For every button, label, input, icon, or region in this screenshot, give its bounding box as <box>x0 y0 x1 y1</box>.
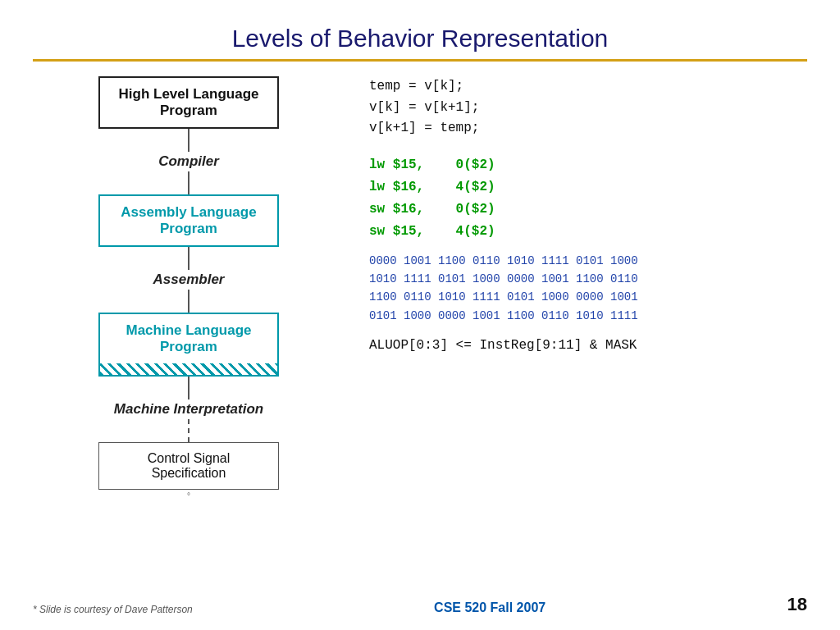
machine-box: Machine Language Program <box>98 313 279 363</box>
machine-line-3: 1100 0110 1010 1111 0101 1000 0000 1001 <box>369 288 807 306</box>
connector-line-5 <box>188 377 189 399</box>
machine-code: 0000 1001 1100 0110 1010 1111 0101 1000 … <box>369 252 807 326</box>
machine-box-wrapper: Machine Language Program <box>98 313 279 377</box>
connector-line-4 <box>188 290 189 313</box>
main-content: High Level Language Program Compiler Ass… <box>33 76 807 500</box>
asm-line-4: sw $15, 4($2) <box>369 221 807 243</box>
code-line-2: v[k] = v[k+1]; <box>369 98 807 119</box>
asm-line-1: lw $15, 0($2) <box>369 154 807 176</box>
dot-indicator: ° <box>187 491 190 500</box>
assembly-box: Assembly Language Program <box>98 194 279 247</box>
connector-line-2 <box>188 171 189 194</box>
code-line-3: v[k+1] = temp; <box>369 118 807 139</box>
course-label: CSE 520 Fall 2007 <box>434 600 546 615</box>
slide-container: Levels of Behavior Representation High L… <box>0 0 840 630</box>
machine-interp-label: Machine Interpretation <box>114 401 263 418</box>
control-box: Control Signal Specification <box>98 442 279 490</box>
machine-line-1: 0000 1001 1100 0110 1010 1111 0101 1000 <box>369 252 807 270</box>
slide-footer: * Slide is courtesy of Dave Patterson CS… <box>0 594 840 615</box>
assembler-label: Assembler <box>153 272 225 288</box>
code-line-1: temp = v[k]; <box>369 76 807 98</box>
attribution: * Slide is courtesy of Dave Patterson <box>33 604 193 615</box>
slide-title: Levels of Behavior Representation <box>33 16 807 52</box>
connector-line-dashed <box>188 419 189 442</box>
connector-line-1 <box>188 129 189 152</box>
high-level-code: temp = v[k]; v[k] = v[k+1]; v[k+1] = tem… <box>369 76 807 139</box>
page-number: 18 <box>788 594 807 615</box>
aluop-text: ALUOP[0:3] <= InstReg[9:11] & MASK <box>369 338 807 353</box>
asm-line-2: lw $16, 4($2) <box>369 176 807 199</box>
right-column: temp = v[k]; v[k] = v[k+1]; v[k+1] = tem… <box>345 76 807 500</box>
hatched-strip <box>98 363 279 377</box>
assembly-code: lw $15, 0($2) lw $16, 4($2) sw $16, 0($2… <box>369 154 807 244</box>
machine-line-2: 1010 1111 0101 1000 0000 1001 1100 0110 <box>369 270 807 288</box>
connector-line-3 <box>188 247 189 270</box>
left-column: High Level Language Program Compiler Ass… <box>33 76 345 500</box>
high-level-box: High Level Language Program <box>98 76 279 129</box>
asm-line-3: sw $16, 0($2) <box>369 199 807 221</box>
gold-divider <box>33 59 807 62</box>
compiler-label: Compiler <box>158 153 219 170</box>
machine-line-4: 0101 1000 0000 1001 1100 0110 1010 1111 <box>369 307 807 325</box>
